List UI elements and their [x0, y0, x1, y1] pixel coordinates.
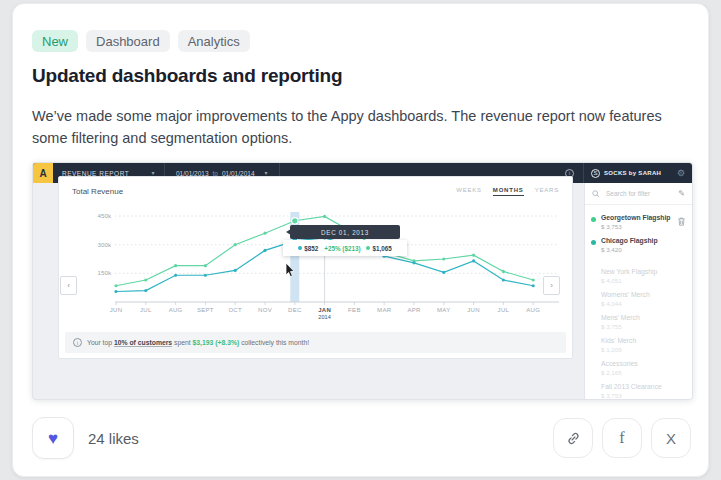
x-tick-label: AUG [526, 307, 540, 313]
filter-name: Womens' Merch [601, 291, 684, 299]
range-tabs: WEEKSMONTHSYEARS [456, 187, 559, 196]
insight-banner: i Your top 10% of customers spent $3,193… [65, 332, 566, 353]
pencil-icon[interactable]: ✎ [678, 190, 685, 198]
y-tick-label: 300k [98, 241, 112, 248]
store-switcher[interactable]: S SOCKS by SARAH ⚙ [584, 163, 692, 183]
x-tick-label: JUN [467, 307, 480, 313]
banner-amount: $3,193 (+8.3%) [193, 339, 240, 346]
green-series-point [174, 264, 177, 267]
x-tick-label: DEC [288, 307, 302, 313]
x-tick-label: JUN [110, 307, 123, 313]
post-footer: ♥ 24 likes f X [32, 417, 691, 459]
x-tick-label: OCT [228, 307, 242, 313]
teal-series-point [412, 261, 415, 264]
green-series-point [502, 270, 505, 273]
x-tick-label: JUL [498, 307, 510, 313]
banner-text: Your top 10% of customers spent $3,193 (… [87, 339, 309, 346]
filter-list: Georgetown Flagship$ 3,753Chicago Flagsh… [585, 205, 692, 400]
share-buttons: f X [553, 418, 691, 458]
tab-weeks[interactable]: WEEKS [456, 187, 482, 196]
x-tick-label: JAN [318, 307, 331, 313]
store-icon: S [591, 169, 600, 178]
green-series-point [472, 254, 475, 257]
heart-icon: ♥ [48, 430, 58, 447]
panel-title: Total Revenue [72, 187, 123, 196]
filter-item[interactable]: New York Flagship$ 4,051 [585, 264, 692, 287]
info-icon: i [73, 338, 82, 347]
link-icon [565, 430, 582, 447]
green-series-point [234, 243, 237, 246]
teal-series-point [442, 271, 445, 274]
filter-search-input[interactable] [604, 189, 674, 198]
prev-period-button[interactable]: ‹ [60, 276, 77, 295]
tooltip-values: $852 +25% ($213) $1,065 [283, 240, 407, 256]
tag-row: NewDashboardAnalytics [32, 30, 691, 52]
revenue-chart[interactable]: 450k300k150kJUNJULAUGSEPTOCTNOVDECJAN201… [59, 204, 574, 326]
chart-area: 450k300k150kJUNJULAUGSEPTOCTNOVDECJAN201… [59, 204, 572, 326]
tooltip-date: DEC 01, 2013 [290, 225, 400, 239]
filter-name: New York Flagship [601, 268, 684, 276]
tag-dashboard[interactable]: Dashboard [86, 30, 170, 52]
tab-months[interactable]: MONTHS [493, 187, 524, 196]
active-filter-dot [591, 240, 596, 245]
post-body: We’ve made some major improvements to th… [32, 106, 691, 149]
panel-header: Total Revenue WEEKSMONTHSYEARS [59, 177, 572, 196]
tag-new[interactable]: New [32, 30, 78, 52]
green-series-point [292, 218, 298, 224]
mouse-cursor [285, 263, 296, 278]
filter-value: $ 3,420 [601, 246, 684, 253]
tab-years[interactable]: YEARS [535, 187, 559, 196]
series-dot-teal [298, 246, 302, 250]
y-tick-label: 450k [98, 212, 112, 219]
x-tick-label: JUL [140, 307, 152, 313]
page: NewDashboardAnalytics Updated dashboards… [0, 0, 721, 480]
green-series-point [144, 278, 147, 281]
x-share-button[interactable]: X [651, 418, 691, 458]
green-series-point [114, 284, 117, 287]
next-period-button[interactable]: › [543, 276, 560, 295]
facebook-share-button[interactable]: f [602, 418, 642, 458]
filter-item[interactable]: Chicago Flagship$ 3,420 [585, 233, 692, 256]
store-name: SOCKS by SARAH [604, 170, 673, 176]
teal-series-point [204, 274, 207, 277]
tooltip-value-a: $852 [298, 245, 318, 252]
green-series-point [532, 278, 535, 281]
copy-link-button[interactable] [553, 418, 593, 458]
filter-name: Fall 2013 Clearance [601, 383, 684, 391]
banner-customers: 10% of customers [114, 339, 172, 347]
filter-value: $ 3,755 [601, 323, 684, 330]
green-series-point [263, 232, 266, 235]
tag-analytics[interactable]: Analytics [178, 30, 250, 52]
total-revenue-panel: Total Revenue WEEKSMONTHSYEARS 450k300k1… [58, 176, 573, 359]
trash-icon[interactable] [678, 217, 685, 226]
filter-item[interactable]: Kids' Merch$ 1,209 [585, 333, 692, 356]
green-series-point [204, 264, 207, 267]
x-icon: X [666, 430, 676, 447]
y-tick-label: 150k [98, 269, 112, 276]
x-tick-label: MAY [437, 307, 450, 313]
changelog-card: NewDashboardAnalytics Updated dashboards… [12, 3, 709, 477]
filter-item[interactable]: Accessories$ 2,165 [585, 356, 692, 379]
teal-series-point [502, 278, 505, 281]
chart-tooltip: DEC 01, 2013 $852 +25% ($213) $1,065 [283, 225, 407, 256]
teal-series-point [174, 274, 177, 277]
teal-series-point [234, 269, 237, 272]
filter-name: Chicago Flagship [601, 237, 684, 245]
filter-item[interactable]: Mens' Merch$ 3,755 [585, 310, 692, 333]
likes-count: 24 likes [88, 430, 139, 447]
green-series-point [323, 215, 326, 218]
filter-item[interactable]: Fall 2013 Clearance$ 3,753 [585, 379, 692, 400]
x-tick-label: FEB [348, 307, 361, 313]
filter-value: $ 3,753 [601, 392, 684, 399]
year-label: 2014 [318, 314, 330, 320]
app-logo[interactable]: A [33, 163, 53, 183]
active-filter-dot [591, 217, 596, 222]
like-button[interactable]: ♥ [32, 417, 74, 459]
gear-icon[interactable]: ⚙ [677, 169, 685, 178]
filter-name: Georgetown Flagship [601, 214, 684, 222]
x-tick-label: NOV [258, 307, 272, 313]
dashboard-screenshot: A REVENUE REPORT ▾ 01/01/2013 to 01/01/2… [32, 162, 693, 400]
filter-item[interactable]: Georgetown Flagship$ 3,753 [585, 210, 692, 233]
filter-item[interactable]: Womens' Merch$ 4,044 [585, 287, 692, 310]
tooltip-value-b: $1,065 [366, 245, 391, 252]
